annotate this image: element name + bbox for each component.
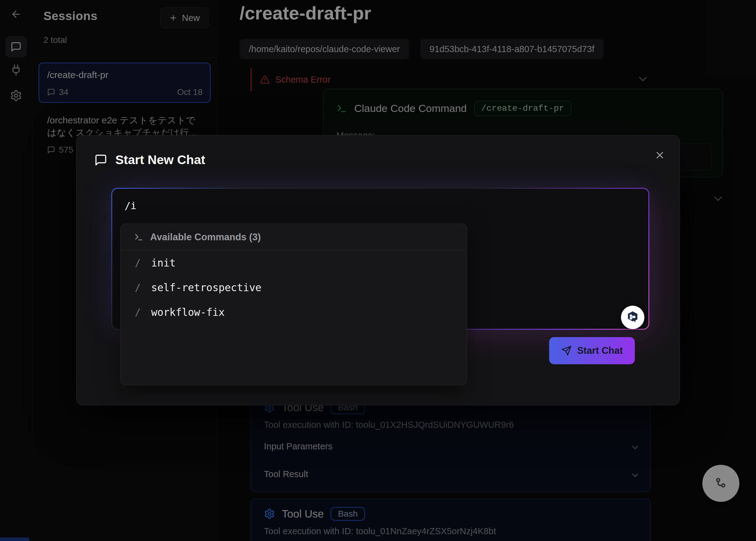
slash-prefix: / xyxy=(135,257,141,269)
close-button[interactable] xyxy=(652,147,668,163)
commands-dropdown-title: Available Commands (3) xyxy=(150,232,261,243)
command-option-init[interactable]: / init xyxy=(121,251,467,275)
command-name: workflow-fix xyxy=(151,306,224,318)
start-chat-label: Start Chat xyxy=(577,345,623,356)
chat-bubble-icon xyxy=(94,154,107,167)
slash-prefix: / xyxy=(135,281,141,293)
commands-dropdown: Available Commands (3) / init / self-ret… xyxy=(120,224,467,385)
start-chat-button[interactable]: Start Chat xyxy=(549,337,635,364)
modal-title: Start New Chat xyxy=(115,153,205,167)
close-icon xyxy=(654,150,665,161)
app-root: Sessions New 2 total /create-draft-pr 34… xyxy=(0,0,756,541)
slash-prefix: / xyxy=(135,306,141,318)
send-icon xyxy=(561,345,571,356)
command-name: self-retrospective xyxy=(151,281,261,293)
command-option-self-retrospective[interactable]: / self-retrospective xyxy=(121,275,467,300)
modal-header: Start New Chat xyxy=(94,153,205,167)
command-option-workflow-fix[interactable]: / workflow-fix xyxy=(121,300,467,324)
command-name: init xyxy=(151,257,176,269)
share-chat-logo-badge[interactable] xyxy=(621,306,644,329)
prompt-value: /i xyxy=(125,200,137,212)
start-new-chat-modal: Start New Chat /i Available Commands (3)… xyxy=(76,135,680,405)
commands-dropdown-header: Available Commands (3) xyxy=(121,224,467,251)
terminal-icon xyxy=(134,233,143,242)
share-chat-logo-icon xyxy=(625,310,640,324)
